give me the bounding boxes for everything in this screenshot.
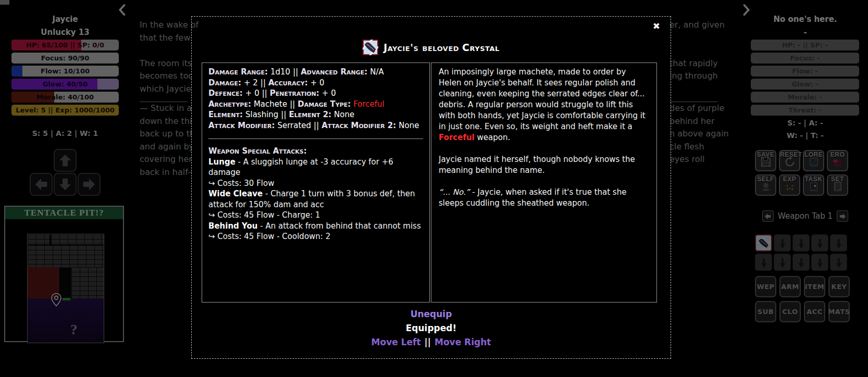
item-description-panel: An imposingly large machete, made to ord… (431, 62, 657, 303)
item-stat-line: Element:Slashing||Element 2:None (208, 109, 423, 120)
special-attack: Lunge - A sluggish lunge at -3 accuracy … (208, 157, 423, 178)
move-item-left-button[interactable]: Move Left (371, 337, 421, 347)
equipped-status: Equipped! (192, 321, 671, 335)
close-icon[interactable]: ✖ (653, 21, 660, 31)
item-stats-panel: Damage Range:1d10||Advanced Range:N/A Da… (202, 62, 430, 303)
stats-divider (208, 139, 423, 139)
item-stat-line: Archetype:Machete||Damage Type:Forceful (208, 99, 423, 110)
move-separator: || (425, 337, 431, 347)
item-header: Jaycie's belovedCrystal (192, 40, 671, 55)
item-panels: Damage Range:1d10||Advanced Range:N/A Da… (202, 62, 657, 303)
special-attacks-heading: Weapon Special Attacks: (208, 146, 423, 157)
description-quote: “... No.” - Jaycie, when asked if it's t… (439, 187, 649, 209)
special-attack-cost: ↪ Costs: 45 Flow - Charge: 1 (208, 210, 423, 221)
special-attack: Behind You - An attack from behind that … (208, 221, 423, 232)
description-paragraph: Jaycie named it herself, though nobody k… (439, 154, 649, 176)
item-stat-line: Defence:+ 0||Penetration:+ 0 (208, 88, 423, 99)
item-title: Jaycie's belovedCrystal (383, 42, 500, 53)
move-item-right-button[interactable]: Move Right (435, 337, 491, 347)
special-attack-cost: ↪ Costs: 45 Flow - Cooldown: 2 (208, 231, 423, 242)
item-stat-line: Damage Range:1d10||Advanced Range:N/A (208, 67, 423, 78)
unequip-button[interactable]: Unequip (192, 307, 671, 321)
item-stat-line: Damage:+ 2||Accuracy:+ 0 (208, 78, 423, 89)
item-stat-lines: Damage Range:1d10||Advanced Range:N/A Da… (208, 67, 423, 131)
item-actions: Unequip Equipped! Move Left||Move Right (192, 307, 671, 349)
special-attack-cost: ↪ Costs: 30 Flow (208, 178, 423, 189)
special-attack: Wide Cleave - Charge 1 turn with 3 bonus… (208, 188, 423, 210)
move-item-row: Move Left||Move Right (192, 335, 671, 349)
machete-icon (363, 40, 378, 55)
description-paragraph: An imposingly large machete, made to ord… (439, 67, 649, 143)
item-stat-line: Attack Modifier:Serrated||Attack Modifie… (208, 120, 423, 131)
forceful-keyword: Forceful (439, 133, 475, 142)
game-page: Jaycie Unlucky 13 HP: 65/100 || SP: 0/0 … (0, 0, 868, 377)
special-attack-list: Lunge - A sluggish lunge at -3 accuracy … (208, 157, 423, 242)
item-detail-modal: ✖ Jaycie's belovedCrystal Damage Range:1… (191, 16, 671, 359)
